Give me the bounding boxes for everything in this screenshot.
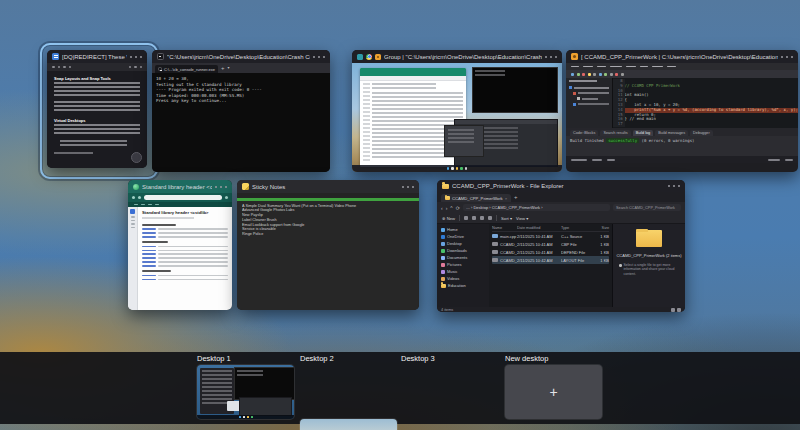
window-thumbnail-sticky-notes[interactable]: Sticky Notes A Simple Dual Summary You W… <box>237 180 419 310</box>
titlebar: "C:\Users\jricm\OneDrive\Desktop\Educati… <box>152 50 330 63</box>
window-thumbnail-document[interactable]: [DQ|REDIRECT] These Windows... Snap Layo… <box>47 50 147 168</box>
window-thumbnail-terminal[interactable]: "C:\Users\jricm\OneDrive\Desktop\Educati… <box>152 50 330 172</box>
desktop-2-label: Desktop 2 <box>300 354 334 363</box>
window-thumbnail-group[interactable]: Group | "C:\Users\jricm\OneDrive\Desktop… <box>352 50 562 172</box>
sidebar-item-documents[interactable]: Documents <box>437 254 489 261</box>
new-tab-button[interactable]: + <box>514 192 518 202</box>
explorer-preview-pane: CCAMD_CPP_PrimerWork (2 items) Select a … <box>612 224 685 307</box>
sidebar-item-videos[interactable]: Videos <box>437 275 489 282</box>
task-view: [DQ|REDIRECT] These Windows... Snap Layo… <box>0 0 800 430</box>
log-tab-active[interactable]: Build log <box>633 130 654 136</box>
file-row[interactable]: main.cpp 2/11/2025 10:41 AM C++ Source 1… <box>492 232 609 240</box>
text-skeleton <box>54 152 93 156</box>
sidebar-item-music[interactable]: Music <box>437 268 489 275</box>
window-title: [DQ|REDIRECT] These Windows... <box>62 54 127 60</box>
window-title: [ CCAMD_CPP_PrimerWork | C:\Users\jricm\… <box>581 54 778 60</box>
large-icons-view-icon[interactable] <box>677 308 681 312</box>
window-title: CCAMD_CPP_PrimerWork - File Explorer <box>452 183 665 189</box>
explorer-tabbar: CCAMD_CPP_PrimerWork× + <box>437 192 685 202</box>
folder-icon <box>442 184 449 189</box>
delete-icon[interactable] <box>488 216 492 220</box>
mini-taskbar <box>197 415 294 420</box>
file-row[interactable]: CCAMD_CPP_PrimerWork.depend 2/11/2025 10… <box>492 248 609 256</box>
rename-icon[interactable] <box>480 216 484 220</box>
terminal-icon <box>158 67 162 71</box>
titlebar: Standard library header <cstdli... <box>128 180 232 193</box>
sidebar-item-downloads[interactable]: Downloads <box>437 247 489 254</box>
back-icon[interactable] <box>132 196 135 199</box>
mini-terminal-window <box>234 367 294 400</box>
up-icon[interactable]: ^ <box>450 205 452 211</box>
copy-icon[interactable] <box>472 216 476 220</box>
log-tab[interactable]: Search results <box>600 130 630 136</box>
site-logo-icon <box>130 209 135 214</box>
window-title: Sticky Notes <box>252 184 399 190</box>
sidebar-item-pictures[interactable]: Pictures <box>437 261 489 268</box>
tab-dropdown-icon[interactable]: ▾ <box>227 63 229 73</box>
desktop-2-thumbnail[interactable] <box>300 419 397 430</box>
sort-button[interactable]: Sort ▾ <box>501 216 512 221</box>
ide-editor[interactable]: 8 9// CCAMD CPP PrimerWork 10 11int main… <box>613 78 798 128</box>
sidebar-item-home[interactable]: Home <box>437 226 489 233</box>
menu-icon[interactable] <box>225 196 228 199</box>
new-tab-button[interactable]: + <box>221 63 225 73</box>
terminal-tab[interactable]: C:\...\cb_console_runner.exe <box>155 65 218 73</box>
back-icon[interactable]: ‹ <box>441 205 443 211</box>
section-bar <box>142 270 171 272</box>
new-desktop-label: New desktop <box>505 354 548 363</box>
file-row[interactable]: CCAMD_CPP_PrimerWork.cbp 2/11/2025 10:41… <box>492 240 609 248</box>
log-tab[interactable]: Build messages <box>655 130 688 136</box>
column-type[interactable]: Type <box>561 226 595 230</box>
text-skeleton <box>54 82 140 96</box>
close-tab-icon[interactable]: × <box>505 196 507 201</box>
log-tab[interactable]: Code::Blocks <box>570 130 598 136</box>
forward-icon[interactable]: › <box>446 205 448 211</box>
chrome-icon <box>366 54 372 60</box>
desktop-1-label: Desktop 1 <box>197 354 231 363</box>
document-content: Snap Layouts and Snap Tools Virtual Desk… <box>47 71 147 168</box>
titlebar: Group | "C:\Users\jricm\OneDrive\Desktop… <box>352 50 562 63</box>
sidebar-item-education[interactable]: Education <box>437 282 489 289</box>
ide-build-log: Build finished successfully (0 errors, 0… <box>566 136 798 156</box>
column-name[interactable]: Name <box>492 226 517 230</box>
details-view-icon[interactable] <box>671 308 675 312</box>
sidebar-item-desktop[interactable]: Desktop <box>437 240 489 247</box>
page-nav-skeleton <box>363 83 370 161</box>
new-button[interactable]: ⊕ New <box>442 216 455 221</box>
terminal-tabbar: C:\...\cb_console_runner.exe + ▾ <box>152 63 330 73</box>
sidebar-item-onedrive[interactable]: OneDrive <box>437 233 489 240</box>
page-subtext-skeleton <box>142 217 194 221</box>
explorer-statusbar: 4 items <box>437 307 685 312</box>
window-thumbnail-ide[interactable]: [ CCAMD_CPP_PrimerWork | C:\Users\jricm\… <box>566 50 798 172</box>
refresh-icon[interactable]: ⟳ <box>456 205 460 211</box>
column-headers: Name Date modified Type Size <box>492 225 609 232</box>
document-toolbar <box>47 63 147 71</box>
terminal-output: 10 + 20 = 30, Testing out the C standard… <box>152 73 330 172</box>
address-bar[interactable] <box>144 195 222 200</box>
terminal-app-icon <box>157 53 164 60</box>
breadcrumb[interactable]: … › Desktop › CCAMD_CPP_PrimerWork › <box>463 204 610 211</box>
column-size[interactable]: Size <box>595 226 609 230</box>
explorer-file-list: Name Date modified Type Size main.cpp 2/… <box>489 224 612 307</box>
column-date[interactable]: Date modified <box>517 226 561 230</box>
refresh-icon[interactable] <box>138 196 141 199</box>
log-tab[interactable]: Debugger <box>690 130 713 136</box>
window-thumbnail-file-explorer[interactable]: CCAMD_CPP_PrimerWork - File Explorer CCA… <box>437 180 685 312</box>
dialog-mini <box>444 125 484 157</box>
cut-icon[interactable] <box>464 216 468 220</box>
mini-ide-window <box>239 397 292 416</box>
explorer-tab[interactable]: CCAMD_CPP_PrimerWork× <box>441 194 511 202</box>
ide-project-tree[interactable] <box>566 78 613 128</box>
scroll-to-bottom-button[interactable] <box>131 152 142 163</box>
file-icon <box>492 234 498 239</box>
text-skeleton <box>54 101 140 113</box>
search-input[interactable]: Search CCAMD_CPP_PrimerWork <box>613 204 681 211</box>
desktop-1-thumbnail[interactable] <box>197 365 294 419</box>
view-button[interactable]: View ▾ <box>516 216 528 221</box>
window-thumbnail-browser[interactable]: Standard library header <cstdli... Stand… <box>128 180 232 310</box>
codeblocks-icon <box>571 53 578 60</box>
new-desktop-button[interactable]: + <box>505 365 602 419</box>
titlebar: [ CCAMD_CPP_PrimerWork | C:\Users\jricm\… <box>566 50 798 63</box>
sticky-note[interactable]: A Simple Dual Summary You Want (Put on a… <box>237 193 419 310</box>
file-row-selected[interactable]: CCAMD_CPP_PrimerWork.layout 2/11/2025 10… <box>492 256 609 264</box>
